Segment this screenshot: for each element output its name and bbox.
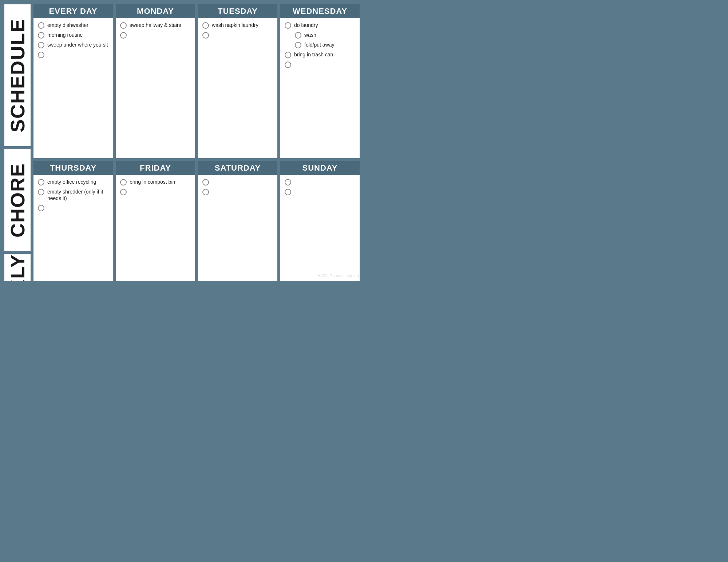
footer-credit: ♥ ADHDhomestead.net — [318, 274, 359, 278]
task-item[interactable]: empty shredder (only if it needs it) — [38, 188, 108, 202]
task-text: morning routine — [47, 32, 108, 38]
task-text: sweep under where you sit — [47, 41, 108, 48]
task-circle[interactable] — [38, 52, 44, 58]
task-circle[interactable] — [202, 32, 209, 39]
task-text: empty dishwasher — [47, 22, 108, 28]
task-text: fold/put away — [304, 41, 355, 48]
everyday-card: EVERY DAY empty dishwasher morning routi… — [33, 4, 113, 158]
task-circle[interactable] — [285, 179, 291, 186]
task-text: do laundry — [294, 22, 355, 28]
monday-header: MONDAY — [116, 4, 195, 18]
task-item-empty[interactable] — [202, 32, 273, 39]
task-circle[interactable] — [38, 205, 44, 211]
task-circle[interactable] — [202, 189, 209, 195]
task-circle[interactable] — [38, 32, 44, 39]
task-item[interactable]: morning routine — [38, 32, 108, 39]
task-circle[interactable] — [202, 179, 209, 186]
task-item[interactable]: sweep under where you sit — [38, 41, 108, 48]
schedule-label: SCHEDULE — [4, 4, 31, 146]
task-item-empty[interactable] — [38, 51, 108, 58]
task-item[interactable]: bring in compost bin — [120, 179, 191, 186]
sunday-header: SUNDAY — [280, 161, 360, 175]
task-item[interactable]: bring in trash can — [285, 51, 355, 58]
tuesday-header: TUESDAY — [198, 4, 277, 18]
wednesday-header: WEDNESDAY — [280, 4, 360, 18]
task-circle[interactable] — [120, 189, 127, 195]
task-text: bring in compost bin — [130, 179, 191, 185]
task-text: sweep hallway & stairs — [130, 22, 191, 28]
task-circle[interactable] — [202, 22, 209, 29]
task-text: empty office recycling — [47, 179, 108, 185]
task-item[interactable]: do laundry — [285, 22, 355, 29]
task-item-empty[interactable] — [120, 188, 191, 195]
monday-card: MONDAY sweep hallway & stairs — [116, 4, 195, 158]
task-item[interactable]: fold/put away — [285, 41, 355, 48]
saturday-header: SATURDAY — [198, 161, 277, 175]
task-circle[interactable] — [38, 42, 44, 48]
task-circle[interactable] — [295, 42, 301, 48]
thursday-card: THURSDAY empty office recycling empty sh… — [33, 161, 113, 281]
task-item-empty[interactable] — [285, 188, 355, 195]
task-circle[interactable] — [120, 32, 127, 39]
task-text: wash — [304, 32, 355, 38]
chore-label: CHORE — [4, 149, 31, 251]
task-item[interactable]: sweep hallway & stairs — [120, 22, 191, 29]
task-item[interactable]: wash — [285, 32, 355, 39]
task-circle[interactable] — [120, 22, 127, 29]
weekly-label: WEEKLY — [4, 254, 31, 281]
task-item[interactable]: wash napkin laundry — [202, 22, 273, 29]
task-circle[interactable] — [38, 189, 44, 195]
task-text: empty shredder (only if it needs it) — [47, 188, 108, 202]
task-text: wash napkin laundry — [212, 22, 273, 28]
task-circle[interactable] — [38, 179, 44, 186]
task-text: bring in trash can — [294, 51, 355, 58]
task-circle[interactable] — [295, 32, 301, 39]
task-item[interactable]: empty dishwasher — [38, 22, 108, 29]
task-circle[interactable] — [285, 22, 291, 29]
task-circle[interactable] — [285, 52, 291, 58]
task-item-empty[interactable] — [285, 61, 355, 68]
task-item[interactable]: empty office recycling — [38, 179, 108, 186]
everyday-header: EVERY DAY — [33, 4, 113, 18]
task-item-empty[interactable] — [38, 204, 108, 211]
task-item-empty[interactable] — [285, 179, 355, 186]
task-circle[interactable] — [285, 189, 291, 195]
task-circle[interactable] — [38, 22, 44, 29]
task-item-empty[interactable] — [120, 32, 191, 39]
saturday-card: SATURDAY — [198, 161, 277, 281]
task-circle[interactable] — [120, 179, 127, 186]
sunday-card: SUNDAY — [280, 161, 360, 281]
task-circle[interactable] — [285, 61, 291, 68]
tuesday-card: TUESDAY wash napkin laundry — [198, 4, 277, 158]
thursday-header: THURSDAY — [33, 161, 113, 175]
task-item-empty[interactable] — [202, 179, 273, 186]
task-item-empty[interactable] — [202, 188, 273, 195]
friday-header: FRIDAY — [116, 161, 195, 175]
wednesday-card: WEDNESDAY do laundry wash fold/put aw — [280, 4, 360, 158]
friday-card: FRIDAY bring in compost bin — [116, 161, 195, 281]
